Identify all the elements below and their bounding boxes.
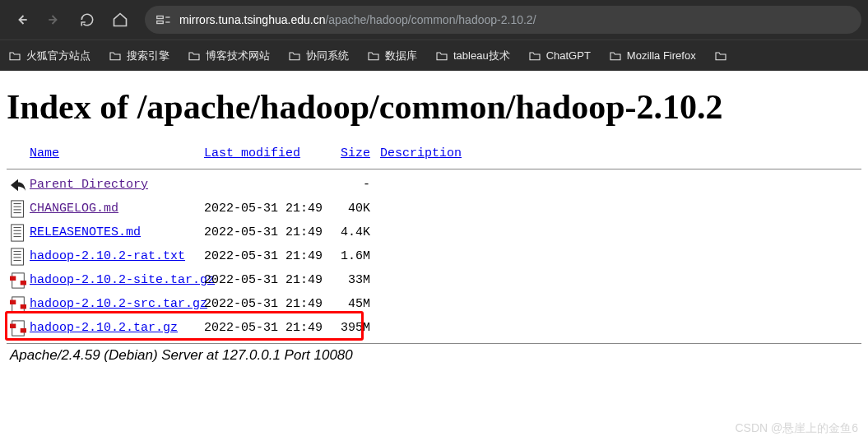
file-size: 45M	[329, 297, 370, 311]
bookmark-label: ChatGPT	[546, 49, 591, 62]
text-file-icon	[7, 224, 30, 242]
file-link[interactable]: CHANGELOG.md	[30, 202, 204, 216]
svg-rect-29	[21, 328, 26, 332]
file-link[interactable]: RELEASENOTES.md	[30, 225, 204, 239]
file-link[interactable]: hadoop-2.10.2-src.tar.gz	[30, 297, 204, 311]
file-modified: 2022-05-31 21:49	[204, 202, 329, 216]
nav-home-button[interactable]	[105, 5, 135, 35]
bookmark-label: Mozilla Firefox	[627, 49, 696, 62]
url-path: /apache/hadoop/common/hadoop-2.10.2/	[325, 13, 536, 26]
svg-rect-26	[21, 304, 26, 309]
nav-forward-button[interactable]	[39, 5, 69, 35]
file-row: CHANGELOG.md2022-05-31 21:4940K	[7, 197, 861, 220]
text-file-icon	[7, 200, 30, 218]
svg-rect-3	[157, 21, 164, 24]
url-host: mirrors.tuna.tsinghua.edu.cn	[179, 13, 325, 26]
back-icon	[7, 178, 30, 193]
folder-icon	[188, 49, 201, 63]
file-link[interactable]: hadoop-2.10.2-site.tar.gz	[30, 273, 204, 287]
folder-icon	[714, 49, 727, 63]
server-signature: Apache/2.4.59 (Debian) Server at 127.0.0…	[7, 347, 861, 364]
divider	[7, 169, 861, 169]
file-modified: 2022-05-31 21:49	[204, 297, 329, 311]
folder-icon	[609, 49, 622, 63]
file-row: hadoop-2.10.2-rat.txt2022-05-31 21:491.6…	[7, 244, 861, 268]
site-info-icon[interactable]	[156, 14, 171, 26]
file-row: hadoop-2.10.2-src.tar.gz2022-05-31 21:49…	[7, 292, 861, 316]
folder-icon	[288, 49, 301, 63]
folder-icon	[8, 49, 21, 63]
file-size: 395M	[329, 321, 370, 335]
page-content: Index of /apache/hadoop/common/hadoop-2.…	[0, 71, 868, 370]
page-title: Index of /apache/hadoop/common/hadoop-2.…	[7, 87, 861, 127]
svg-rect-28	[10, 323, 16, 327]
file-size: 33M	[329, 273, 370, 287]
bookmark-item[interactable]: ChatGPT	[528, 49, 591, 63]
parent-directory-row: Parent Directory -	[7, 173, 861, 197]
folder-icon	[109, 49, 122, 63]
svg-rect-11	[12, 224, 24, 240]
bookmark-item[interactable]: 数据库	[367, 49, 417, 63]
archive-icon	[7, 295, 30, 313]
listing-header-row: Name Last modified Size Description	[7, 142, 861, 165]
bookmark-label: 博客技术网站	[206, 49, 270, 63]
file-size: 40K	[329, 202, 370, 216]
folder-icon	[528, 49, 541, 63]
folder-icon	[435, 49, 448, 63]
bookmark-item[interactable]: 协同系统	[288, 49, 349, 63]
file-size: 1.6M	[329, 249, 370, 263]
directory-listing: Name Last modified Size Description Pare…	[7, 142, 861, 344]
file-row: hadoop-2.10.2.tar.gz2022-05-31 21:49395M	[7, 316, 861, 340]
svg-rect-16	[12, 248, 24, 264]
bookmark-item[interactable]: Mozilla Firefox	[609, 49, 696, 63]
folder-icon	[367, 49, 380, 63]
bookmark-label: tableau技术	[453, 49, 510, 63]
file-modified: 2022-05-31 21:49	[204, 225, 329, 239]
bookmark-item[interactable]	[714, 49, 732, 63]
archive-icon	[7, 319, 30, 337]
archive-icon	[7, 272, 30, 290]
file-link[interactable]: hadoop-2.10.2-rat.txt	[30, 249, 204, 263]
bookmarks-bar: 火狐官方站点搜索引擎博客技术网站协同系统数据库tableau技术ChatGPTM…	[0, 39, 868, 71]
svg-rect-2	[157, 16, 164, 19]
bookmark-item[interactable]: 火狐官方站点	[8, 49, 91, 63]
bookmark-label: 火狐官方站点	[26, 49, 91, 63]
browser-chrome: mirrors.tuna.tsinghua.edu.cn/apache/hado…	[0, 0, 868, 71]
svg-rect-23	[21, 281, 26, 285]
parent-size: -	[329, 178, 370, 192]
bookmark-label: 协同系统	[306, 49, 349, 63]
url-bar[interactable]: mirrors.tuna.tsinghua.edu.cn/apache/hado…	[145, 6, 861, 34]
header-desc[interactable]: Description	[370, 146, 462, 160]
header-size[interactable]: Size	[329, 146, 370, 160]
file-row: RELEASENOTES.md2022-05-31 21:494.4K	[7, 220, 861, 244]
file-modified: 2022-05-31 21:49	[204, 249, 329, 263]
bookmark-item[interactable]: 搜索引擎	[109, 49, 169, 63]
text-file-icon	[7, 248, 30, 266]
nav-reload-button[interactable]	[72, 5, 102, 35]
header-modified[interactable]: Last modified	[204, 146, 329, 160]
bookmark-item[interactable]: tableau技术	[435, 49, 510, 63]
svg-rect-6	[12, 200, 24, 216]
file-modified: 2022-05-31 21:49	[204, 321, 329, 335]
header-name[interactable]: Name	[30, 146, 204, 160]
browser-toolbar: mirrors.tuna.tsinghua.edu.cn/apache/hado…	[0, 0, 868, 39]
bookmark-item[interactable]: 博客技术网站	[188, 49, 270, 63]
divider	[7, 343, 861, 344]
bookmark-label: 搜索引擎	[127, 49, 169, 63]
file-row: hadoop-2.10.2-site.tar.gz2022-05-31 21:4…	[7, 268, 861, 292]
parent-directory-link[interactable]: Parent Directory	[30, 178, 204, 192]
bookmark-label: 数据库	[385, 49, 417, 63]
file-link[interactable]: hadoop-2.10.2.tar.gz	[30, 321, 204, 335]
nav-back-button[interactable]	[7, 5, 36, 35]
url-text: mirrors.tuna.tsinghua.edu.cn/apache/hado…	[179, 13, 536, 26]
svg-rect-25	[10, 299, 16, 304]
file-size: 4.4K	[329, 225, 370, 239]
file-modified: 2022-05-31 21:49	[204, 273, 329, 287]
svg-rect-22	[10, 276, 16, 280]
